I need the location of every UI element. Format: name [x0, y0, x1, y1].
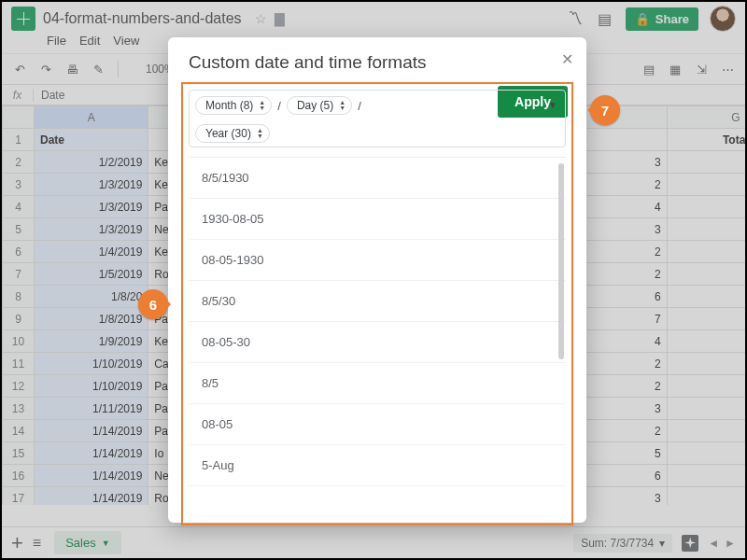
chip-day[interactable]: Day (5)▲▼ — [287, 96, 352, 115]
stepper-icon[interactable]: ▲▼ — [257, 128, 263, 139]
format-chip-bar[interactable]: Month (8)▲▼ / Day (5)▲▼ / ▼ Year (30)▲▼ — [189, 90, 566, 147]
stepper-icon[interactable]: ▲▼ — [259, 100, 265, 111]
format-option[interactable]: 5-Aug — [189, 445, 566, 486]
close-icon[interactable]: ✕ — [561, 50, 573, 68]
separator-slash: / — [275, 99, 283, 113]
chip-year[interactable]: Year (30)▲▼ — [195, 124, 270, 143]
callout-7: 7 — [590, 95, 620, 125]
format-option[interactable]: 08-05-1930 — [189, 240, 566, 281]
chevron-down-icon[interactable]: ▼ — [548, 100, 557, 110]
highlight-box: Month (8)▲▼ / Day (5)▲▼ / ▼ Year (30)▲▼ … — [181, 82, 573, 525]
scrollbar[interactable] — [558, 163, 564, 359]
callout-6: 6 — [138, 289, 168, 319]
format-option[interactable]: 8/5 — [189, 363, 566, 404]
format-option[interactable]: 1930-08-05 — [189, 199, 566, 240]
chip-month[interactable]: Month (8)▲▼ — [195, 96, 272, 115]
stepper-icon[interactable]: ▲▼ — [339, 100, 345, 111]
custom-date-dialog: Custom date and time formats ✕ Apply Mon… — [168, 37, 586, 523]
format-option[interactable]: 8/5/1930 — [189, 158, 566, 199]
format-option[interactable]: 08-05-30 — [189, 322, 566, 363]
format-option[interactable]: 08-05 — [189, 404, 566, 445]
format-option[interactable]: 8/5/30 — [189, 281, 566, 322]
separator-slash: / — [356, 99, 363, 113]
dialog-title: Custom date and time formats — [168, 37, 586, 84]
format-example-list[interactable]: 8/5/19301930-08-0508-05-19308/5/3008-05-… — [189, 157, 566, 511]
